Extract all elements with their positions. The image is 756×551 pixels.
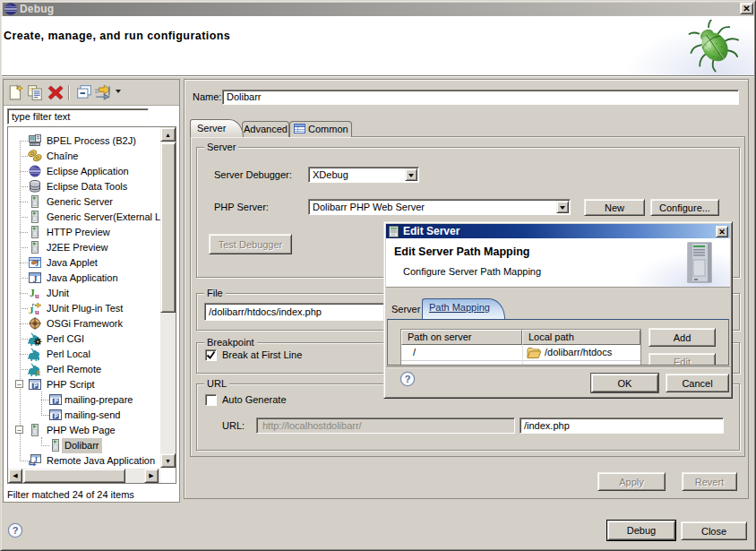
svg-text:R: R <box>37 370 41 376</box>
svg-text:P: P <box>55 413 59 419</box>
svg-text:u: u <box>35 307 39 316</box>
svg-text:?: ? <box>13 525 19 536</box>
svg-text:J: J <box>33 274 38 284</box>
svg-text:u: u <box>35 291 39 300</box>
svg-text:P: P <box>34 383 39 389</box>
svg-text:P: P <box>55 398 59 404</box>
svg-text:J: J <box>35 260 39 268</box>
svg-text:?: ? <box>405 374 411 384</box>
svg-text:J: J <box>34 456 38 464</box>
svg-text:J: J <box>29 305 34 315</box>
